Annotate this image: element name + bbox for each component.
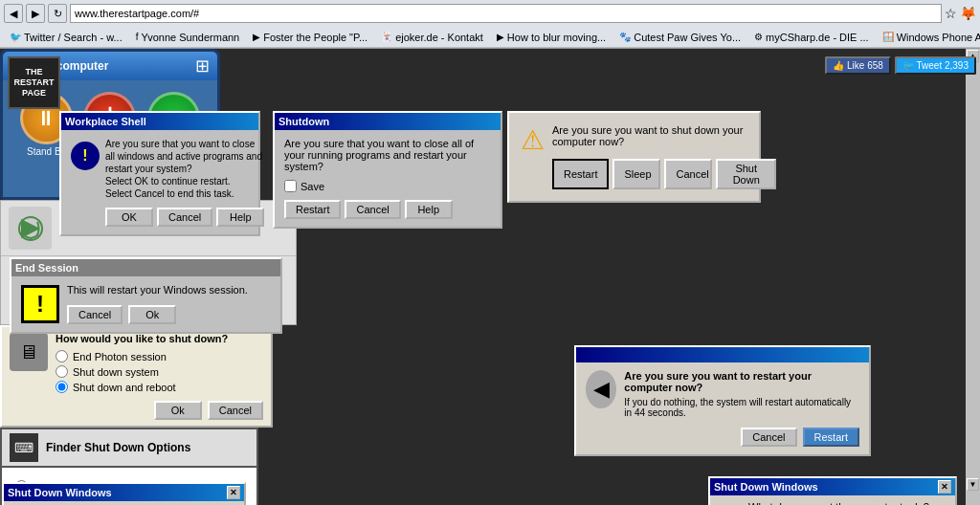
restart-modern-subtext: If you do nothing, the system will resta…: [624, 397, 859, 418]
workplace-ok-button[interactable]: OK: [105, 208, 153, 227]
shutdown-warn-text: Are you sure you want to shut down your …: [552, 124, 776, 147]
warn-triangle-icon: ⚠: [521, 124, 545, 156]
linux-computer-icon: 🖥: [10, 333, 48, 371]
shutdown-bl-close-icon[interactable]: ✕: [227, 486, 240, 499]
save-label: Save: [301, 181, 324, 192]
bookmark-ejoker[interactable]: 🃏 ejoker.de - Kontakt: [375, 29, 489, 46]
bookmark-star-icon[interactable]: ☆: [945, 6, 957, 21]
warn-shutdown-button[interactable]: Shut Down: [716, 159, 776, 189]
save-checkbox[interactable]: [284, 180, 297, 192]
shutdown-warn-dialog: ⚠ Are you sure you want to shut down you…: [507, 111, 761, 203]
nav-bar: ◀ ▶ ↻ ☆ 🦊: [0, 0, 980, 27]
bookmark-blur[interactable]: ▶ How to blur moving...: [491, 29, 612, 46]
bookmark-twitter[interactable]: 🐦 Twitter / Search - w...: [4, 29, 128, 46]
linux-opt1: End Photon session: [56, 350, 263, 362]
warn-sleep-button[interactable]: Sleep: [612, 159, 660, 189]
address-input[interactable]: [70, 4, 942, 23]
shutdown-classic-titlebar: Shutdown: [275, 113, 501, 130]
workplace-help-button[interactable]: Help: [216, 208, 264, 227]
fb-like-button[interactable]: 👍 Like 658: [825, 56, 891, 75]
shutdown-bl-titlebar: Shut Down Windows ✕: [4, 484, 244, 501]
bookmark-foster[interactable]: ▶ Foster the People "P...: [247, 29, 373, 46]
restart-modern-body: ◀ Are you sure you want to restart your …: [576, 362, 869, 454]
shutdown-classic-body: Are you sure that you want to close all …: [275, 130, 501, 227]
linux-cancel-button[interactable]: Cancel: [208, 401, 263, 420]
shutdown-bl-dialog: Shut Down Windows ✕ 🖥 What do you want t…: [2, 482, 246, 505]
linux-opt2: Shut down system: [56, 365, 263, 378]
shutdown-warn-body: ⚠ Are you sure you want to shut down you…: [509, 113, 759, 201]
bookmark-mycsharp[interactable]: ⚙ myCSharp.de - DIE ...: [748, 29, 875, 46]
tweet-button[interactable]: 🐦 Tweet 2,393: [895, 56, 976, 75]
workplace-cancel-button[interactable]: Cancel: [157, 208, 212, 227]
workplace-shell-dialog: Workplace Shell ! Are you sure that you …: [59, 111, 260, 236]
forward-button[interactable]: ▶: [26, 4, 45, 23]
browser-chrome: ◀ ▶ ↻ ☆ 🦊 🐦 Twitter / Search - w... f Yv…: [0, 0, 980, 49]
shutdown-br-titlebar: Shut Down Windows ✕: [710, 478, 955, 495]
shutdown-br-close-icon[interactable]: ✕: [938, 480, 951, 494]
shutdown-restart-button[interactable]: Restart: [284, 200, 341, 219]
workplace-body: ! Are you sure that you want to close al…: [61, 130, 258, 234]
firefox-icon: 🦊: [960, 6, 976, 21]
bookmarks-bar: 🐦 Twitter / Search - w... f Yvonne Sunde…: [0, 27, 980, 48]
social-bar: 👍 Like 658 🐦 Tweet 2,393: [825, 56, 976, 75]
cs-bm-icon: ⚙: [754, 32, 763, 42]
ejoker-bm-icon: 🃏: [381, 32, 392, 42]
paw-bm-icon: 🐾: [619, 32, 631, 42]
shutdown-br-text: What do you want the computer to do?: [748, 501, 929, 505]
shutdown-br-computer-icon: 🖥: [718, 501, 741, 505]
warn-cancel-button[interactable]: Cancel: [664, 159, 712, 189]
bookmark-yvonne[interactable]: f Yvonne Sundermann: [130, 29, 246, 46]
fb-bm-icon: f: [136, 32, 139, 42]
linux-opt3: Shut down and reboot: [56, 381, 263, 393]
end-session-dialog: End Session ! This will restart your Win…: [10, 257, 282, 334]
wp-bm-icon: 🪟: [882, 32, 894, 42]
main-area: THE RESTART PAGE 👍 Like 658 🐦 Tweet 2,39…: [0, 49, 980, 505]
exclaim-icon: !: [21, 285, 59, 323]
shutdown-br-body: 🖥 What do you want the computer to do? S…: [710, 495, 955, 505]
end-session-text: This will restart your Windows session.: [67, 284, 248, 296]
restart-modern-titlebar: [576, 347, 869, 362]
end-session-titlebar: End Session: [11, 259, 280, 276]
bookmark-winphone[interactable]: 🪟 Windows Phone Ad...: [877, 29, 980, 46]
workplace-titlebar: Workplace Shell: [61, 113, 258, 130]
workplace-text: Are you sure that you want to close all …: [105, 138, 264, 200]
linux-opt1-radio[interactable]: [56, 350, 68, 362]
linux-opt2-radio[interactable]: [56, 365, 68, 378]
scrollbar[interactable]: ▲ ▼: [966, 49, 980, 505]
restart-arrow-icon: ◀: [586, 370, 616, 408]
finder-icon: ⌨: [10, 433, 38, 462]
shutdown-bl-body: 🖥 What do you want the computer to do? S…: [4, 501, 244, 505]
blur-bm-icon: ▶: [497, 32, 504, 42]
restart-modern-cancel-button[interactable]: Cancel: [741, 428, 796, 447]
finder-titlebar: ⌨ Finder Shut Down Options: [2, 429, 256, 468]
end-session-ok-button[interactable]: Ok: [128, 305, 176, 324]
linux-shutdown-dialog: 🖥 How would you like to shut down? End P…: [0, 325, 273, 428]
shutdown-help-button[interactable]: Help: [405, 200, 453, 219]
warning-icon: !: [71, 142, 100, 170]
linux-title-text: How would you like to shut down?: [56, 333, 263, 344]
yt-bm-icon: ▶: [253, 32, 260, 42]
linux-body: 🖥 How would you like to shut down? End P…: [2, 327, 271, 426]
finder-title: Finder Shut Down Options: [46, 441, 190, 454]
shutdown-br-dialog: Shut Down Windows ✕ 🖥 What do you want t…: [708, 476, 957, 505]
linux-ok-button[interactable]: Ok: [154, 401, 202, 420]
restart-modern-text: Are you sure you want to restart your co…: [624, 370, 859, 393]
linux-opt3-radio[interactable]: [56, 381, 68, 393]
xp-windows-icon: ⊞: [195, 55, 210, 77]
end-session-body: ! This will restart your Windows session…: [11, 276, 280, 332]
restart-modern-dialog: ◀ Are you sure you want to restart your …: [574, 345, 871, 456]
back-button[interactable]: ◀: [4, 4, 23, 23]
shutdown-cancel-button[interactable]: Cancel: [345, 200, 400, 219]
end-session-cancel-button[interactable]: Cancel: [67, 305, 122, 324]
restart-modern-restart-button[interactable]: Restart: [803, 428, 859, 447]
twitter-bm-icon: 🐦: [10, 32, 21, 42]
site-logo: THE RESTART PAGE: [8, 56, 60, 109]
shutdown-classic-dialog: Shutdown Are you sure that you want to c…: [273, 111, 502, 229]
refresh-button[interactable]: ↻: [48, 4, 67, 23]
bookmark-paw[interactable]: 🐾 Cutest Paw Gives Yo...: [613, 29, 746, 46]
scroll-down-button[interactable]: ▼: [967, 478, 979, 491]
warn-restart-button[interactable]: Restart: [552, 159, 609, 189]
shutdown-classic-text: Are you sure that you want to close all …: [284, 138, 491, 172]
power-icon: [9, 207, 52, 250]
